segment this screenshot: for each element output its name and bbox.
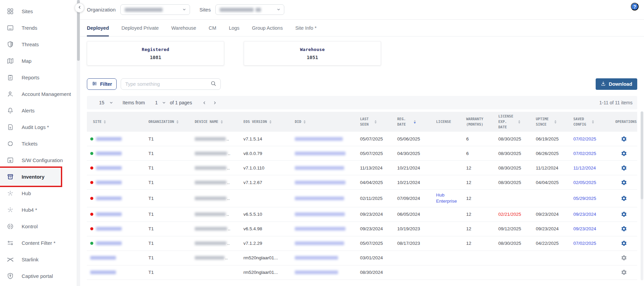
sidebar-item-kontrol[interactable]: Kontrol <box>0 218 60 235</box>
saved-config-link[interactable]: 07/02/2025 <box>573 151 596 156</box>
saved-config-link[interactable]: 09/23/2024 <box>573 226 596 231</box>
tab-deployed-private[interactable]: Deployed Private <box>121 20 159 36</box>
site-link-redacted[interactable] <box>96 197 122 200</box>
column-site[interactable]: SITE <box>90 119 146 125</box>
site-link-redacted[interactable] <box>90 270 116 274</box>
did-link-redacted[interactable] <box>295 241 344 245</box>
previous-page-icon[interactable] <box>202 101 207 105</box>
cell-site[interactable] <box>90 194 146 203</box>
page-size-value[interactable]: 15 <box>99 100 104 105</box>
page-size-chevron-down-icon[interactable] <box>109 101 113 105</box>
saved-config-link[interactable]: 05/29/2025 <box>573 196 596 201</box>
did-link-redacted[interactable] <box>295 152 345 155</box>
sort-arrows-icon[interactable] <box>554 120 556 124</box>
tab-logs[interactable]: Logs <box>229 20 239 36</box>
column-device-name[interactable]: DEVICE NAME <box>192 119 241 125</box>
did-link-redacted[interactable] <box>295 270 338 274</box>
sidebar-scrollbar-track[interactable] <box>77 0 80 286</box>
sidebar-item-threats[interactable]: Threats <box>0 36 60 53</box>
table-scrollbar-track[interactable] <box>641 111 643 280</box>
did-link-redacted[interactable] <box>295 256 338 260</box>
site-link-redacted[interactable] <box>90 256 116 260</box>
column-saved-config[interactable]: SAVED CONFIG <box>571 116 613 127</box>
did-link-redacted[interactable] <box>295 166 344 170</box>
sort-arrows-icon[interactable] <box>221 120 223 124</box>
sidebar-item-inventory[interactable]: Inventory <box>0 168 60 185</box>
did-link-redacted[interactable] <box>295 212 345 216</box>
gear-icon[interactable] <box>621 179 627 186</box>
gear-icon[interactable] <box>621 211 627 217</box>
tab-cm[interactable]: CM <box>209 20 216 36</box>
did-link-redacted[interactable] <box>295 227 345 231</box>
sort-arrows-icon[interactable] <box>375 120 377 124</box>
sort-arrows-icon[interactable] <box>176 120 178 124</box>
cell-site[interactable] <box>90 225 146 233</box>
saved-config-link[interactable]: 09/23/2024 <box>573 212 596 217</box>
cell-site[interactable] <box>90 239 146 248</box>
sidebar-item-reports[interactable]: Reports <box>0 69 60 86</box>
did-link-redacted[interactable] <box>295 137 343 141</box>
sidebar-collapse-button[interactable] <box>75 3 84 12</box>
site-link-redacted[interactable] <box>96 212 122 216</box>
sidebar-item-captive-portal[interactable]: Captive portal <box>0 268 60 284</box>
gear-icon[interactable] <box>621 150 627 157</box>
saved-config-link[interactable]: 02/05/2025 <box>573 180 596 185</box>
saved-config-link[interactable]: 07/02/2025 <box>573 136 596 141</box>
sidebar-item-account-management[interactable]: Account Management <box>0 86 60 102</box>
sort-arrows-icon[interactable] <box>269 120 271 124</box>
sort-arrows-icon[interactable] <box>414 120 416 124</box>
page-number-value[interactable]: 1 <box>155 100 158 105</box>
search-input[interactable] <box>125 81 210 87</box>
license-link[interactable]: Hub Enterprise <box>436 192 461 204</box>
column-operations[interactable]: OPERATIONS <box>613 119 644 125</box>
next-page-icon[interactable] <box>213 101 217 105</box>
help-button[interactable]: ? <box>631 3 639 10</box>
sidebar-item-sites[interactable]: Sites <box>0 3 60 20</box>
sort-arrows-icon[interactable] <box>304 120 306 124</box>
page-chevron-down-icon[interactable] <box>162 101 166 105</box>
gear-icon[interactable] <box>621 226 627 232</box>
column-license[interactable]: LICENSE <box>433 119 463 125</box>
sidebar-item-audit-logs[interactable]: Audit Logs * <box>0 119 60 135</box>
sidebar-item-hub[interactable]: Hub <box>0 185 60 202</box>
column-uptime-since[interactable]: UPTIME SINCE <box>533 116 571 127</box>
organization-select[interactable] <box>120 4 190 15</box>
cell-site[interactable] <box>90 164 146 172</box>
column-license-exp-date[interactable]: LICENSE EXP. DATE <box>496 114 533 130</box>
did-link-redacted[interactable] <box>295 197 344 200</box>
sites-select[interactable] <box>215 4 284 15</box>
gear-icon[interactable] <box>621 269 627 276</box>
saved-config-link[interactable]: 07/02/2025 <box>573 241 596 246</box>
sidebar-item-hub4[interactable]: Hub4 * <box>0 202 60 218</box>
sidebar-item-alerts[interactable]: Alerts <box>0 102 60 119</box>
cell-site[interactable] <box>90 254 146 262</box>
download-button[interactable]: Download <box>596 78 637 90</box>
did-link-redacted[interactable] <box>295 181 345 184</box>
column-organization[interactable]: ORGANIZATION <box>146 119 192 125</box>
sort-arrows-icon[interactable] <box>104 120 106 124</box>
tab-site-info[interactable]: Site Info * <box>295 20 316 36</box>
sidebar-item-starlink[interactable]: Starlink <box>0 251 60 268</box>
tab-group-actions[interactable]: Group Actions <box>252 20 283 36</box>
column-did[interactable]: DID <box>292 119 357 125</box>
sidebar-item-tickets[interactable]: Tickets <box>0 135 60 152</box>
site-link-redacted[interactable] <box>96 137 122 141</box>
cell-site[interactable] <box>90 210 146 218</box>
search-icon[interactable] <box>210 80 216 88</box>
cell-site[interactable] <box>90 268 146 277</box>
gear-icon[interactable] <box>621 195 627 202</box>
column-warranty[interactable]: WARRANTY (MONTHS) <box>463 116 496 127</box>
site-link-redacted[interactable] <box>96 227 122 231</box>
filter-button[interactable]: Filter <box>87 78 117 90</box>
cell-site[interactable] <box>90 178 146 187</box>
sidebar-item-map[interactable]: Map <box>0 53 60 69</box>
gear-icon[interactable] <box>621 165 627 171</box>
tab-deployed[interactable]: Deployed <box>87 20 109 36</box>
sidebar-item-content-filter[interactable]: Content Filter * <box>0 235 60 251</box>
column-reg-date[interactable]: REG. DATE <box>395 116 433 127</box>
sort-arrows-icon[interactable] <box>518 120 520 124</box>
site-link-redacted[interactable] <box>96 166 122 170</box>
saved-config-link[interactable]: 11/12/2024 <box>573 165 596 171</box>
site-link-redacted[interactable] <box>96 152 122 155</box>
site-link-redacted[interactable] <box>96 181 122 184</box>
